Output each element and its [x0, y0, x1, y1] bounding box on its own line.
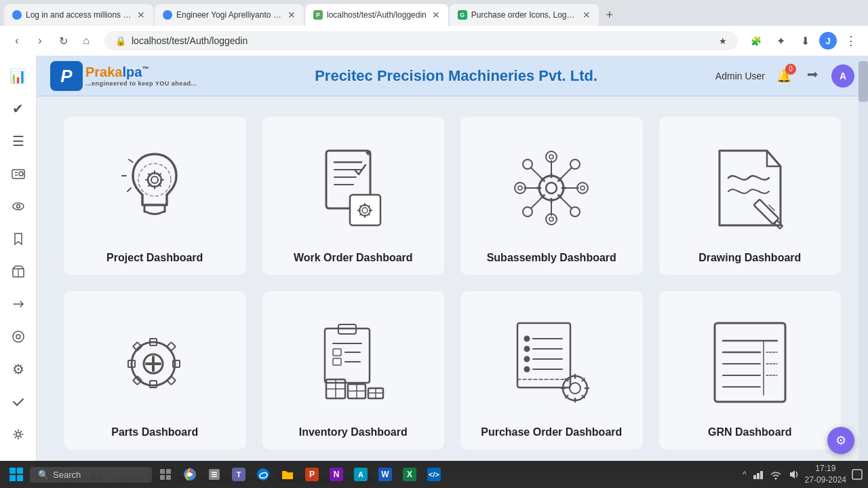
sidebar-item-list[interactable]: ☰: [3, 126, 33, 156]
new-tab-button[interactable]: +: [600, 5, 619, 24]
notification-badge: 0: [785, 64, 796, 75]
help-button[interactable]: ⚙: [827, 427, 854, 454]
sidebar-item-box[interactable]: [3, 257, 33, 286]
taskbar-icon-word[interactable]: W: [374, 464, 396, 485]
logout-button[interactable]: ⮕: [803, 66, 823, 86]
svg-rect-140: [166, 469, 171, 474]
subassembly-dashboard-label: Subassembly Dashboard: [487, 252, 616, 264]
svg-point-74: [523, 207, 532, 217]
subassembly-dashboard-card[interactable]: Subassembly Dashboard: [460, 117, 643, 275]
parts-dashboard-card[interactable]: Parts Dashboard: [64, 291, 246, 449]
bookmark-button[interactable]: ✦: [770, 31, 791, 51]
forward-button[interactable]: ›: [30, 31, 50, 51]
sidebar-item-eye[interactable]: [3, 191, 33, 221]
grn-icon: [670, 305, 831, 419]
tab-2[interactable]: Engineer Yogi Aprelliyanto Detailed ... …: [155, 4, 304, 26]
address-bar[interactable]: 🔒 localhost/test/Auth/loggedin ★: [104, 31, 738, 50]
taskbar-icon-edge[interactable]: [252, 464, 274, 485]
workorder-dashboard-card[interactable]: Work Order Dashboard: [262, 117, 445, 275]
tab-4[interactable]: G Purchase order Icons, Logos, Symbo... …: [450, 4, 599, 26]
extensions-button[interactable]: 🧩: [746, 31, 766, 51]
sidebar-item-settings2[interactable]: [3, 419, 33, 449]
tab-4-title: Purchase order Icons, Logos, Symbo...: [471, 10, 577, 20]
svg-rect-165: [757, 473, 760, 479]
svg-text:N: N: [334, 470, 340, 479]
taskbar-icon-teams[interactable]: T: [228, 464, 250, 485]
taskbar-icon-onenote[interactable]: N: [326, 464, 347, 485]
powerpoint-icon: P: [305, 468, 319, 481]
svg-rect-139: [160, 469, 165, 474]
address-text: localhost/test/Auth/loggedin: [132, 35, 713, 46]
purchaseorder-icon: [471, 305, 632, 419]
file-manager-icon: [281, 468, 294, 481]
taskbar-up-icon[interactable]: ^: [743, 470, 747, 479]
user-avatar[interactable]: A: [831, 64, 854, 88]
tab-3-close[interactable]: ✕: [432, 10, 440, 20]
prakalpa-text: Prakalpa™ ...engineered to keep YOU ahea…: [85, 64, 197, 87]
sidebar-item-checkmark[interactable]: [3, 387, 33, 417]
sidebar-item-arrow[interactable]: [3, 289, 33, 319]
svg-rect-34: [350, 195, 380, 225]
reload-button[interactable]: ↻: [53, 31, 73, 51]
taskbar-icon-powerpoint[interactable]: P: [301, 464, 323, 485]
project-dashboard-label: Project Dashboard: [106, 252, 203, 264]
svg-text:A: A: [358, 470, 363, 478]
project-dashboard-card[interactable]: Project Dashboard: [64, 117, 246, 275]
inventory-dashboard-card[interactable]: Inventory Dashboard: [262, 291, 445, 449]
sidebar-item-id[interactable]: [3, 159, 33, 189]
taskbar-icon-excel[interactable]: X: [399, 464, 420, 485]
tab-1[interactable]: Log in and access millions of graphic...…: [4, 4, 153, 26]
purchaseorder-dashboard-card[interactable]: Purchase Order Dashboard: [460, 291, 643, 449]
tab-1-title: Log in and access millions of graphic...: [26, 10, 132, 20]
main-content: P Prakalpa™ ...engineered to keep YOU ah…: [37, 56, 868, 488]
word-icon: W: [378, 468, 392, 481]
taskbar-search[interactable]: 🔍 Search: [30, 467, 152, 483]
home-button[interactable]: ⌂: [76, 31, 96, 51]
tab-2-close[interactable]: ✕: [288, 10, 296, 20]
tab-4-close[interactable]: ✕: [583, 10, 591, 20]
profile-button[interactable]: J: [819, 32, 837, 50]
svg-text:P: P: [60, 66, 73, 86]
grn-dashboard-card[interactable]: GRN Dashboard: [659, 291, 842, 449]
windows-icon: [9, 467, 24, 482]
svg-rect-164: [753, 475, 756, 479]
svg-point-66: [580, 186, 585, 190]
back-button[interactable]: ‹: [7, 31, 27, 51]
drawing-dashboard-card[interactable]: Drawing Dashboard: [659, 117, 842, 275]
svg-rect-125: [715, 323, 785, 402]
tab-3[interactable]: P localhost/test/Auth/loggedin ✕: [305, 4, 448, 26]
prakalpa-name: Prakalpa™: [85, 64, 197, 80]
taskbar-icon-task-view[interactable]: [155, 464, 176, 485]
svg-text:P: P: [309, 470, 315, 479]
menu-button[interactable]: ⋮: [841, 31, 861, 51]
taskbar-icon-gear[interactable]: [203, 464, 225, 485]
search-label: Search: [53, 470, 81, 480]
svg-point-5: [16, 205, 20, 208]
sidebar-item-bookmark[interactable]: [3, 224, 33, 254]
drawing-dashboard-label: Drawing Dashboard: [698, 252, 801, 264]
bookmark-icon: [11, 231, 26, 246]
network-icon: [752, 468, 764, 481]
chart-icon: 📊: [9, 68, 26, 84]
tab-1-close[interactable]: ✕: [137, 10, 145, 20]
svg-point-68: [523, 159, 532, 169]
sidebar-item-circle[interactable]: [3, 322, 33, 352]
sidebar-item-check[interactable]: ✔: [3, 94, 33, 124]
svg-line-67: [531, 168, 542, 179]
svg-rect-105: [517, 323, 570, 388]
eye-icon: [11, 199, 26, 214]
circle-icon: [11, 329, 26, 344]
svg-rect-86: [167, 342, 176, 351]
taskbar-icon-file-manager[interactable]: [277, 464, 298, 485]
start-button[interactable]: [5, 464, 27, 485]
download-button[interactable]: ⬇: [795, 31, 815, 51]
taskbar-icon-vscode[interactable]: </>: [423, 464, 445, 485]
workorder-icon: [273, 130, 434, 245]
sidebar-item-chart[interactable]: 📊: [3, 61, 33, 91]
sidebar-item-gear[interactable]: ⚙: [3, 354, 33, 384]
svg-rect-92: [333, 349, 341, 356]
taskbar-icon-app1[interactable]: A: [350, 464, 372, 485]
notification-button[interactable]: 🔔 0: [773, 65, 795, 87]
taskbar-icon-chrome[interactable]: [179, 464, 201, 485]
scrollbar-thumb[interactable]: [859, 61, 868, 102]
